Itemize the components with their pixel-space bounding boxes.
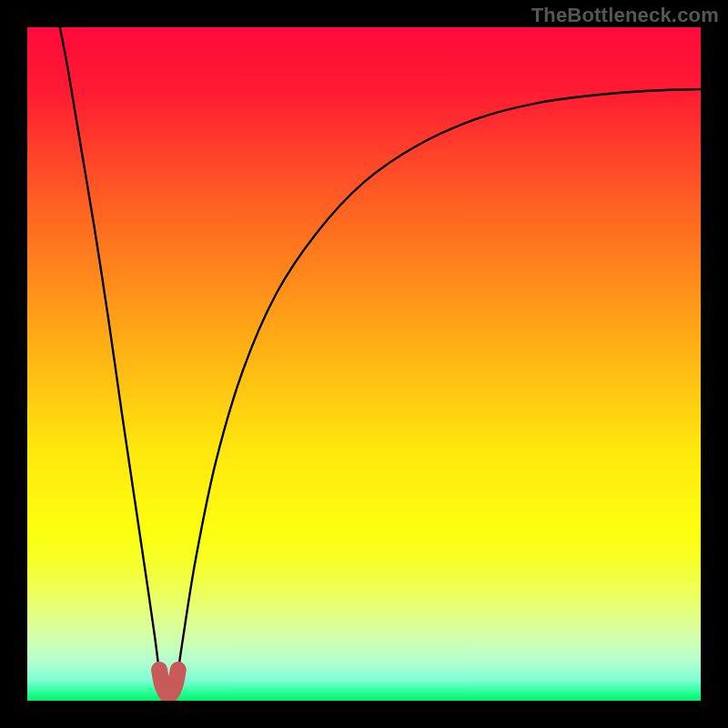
chart-frame: TheBottleneck.com — [0, 0, 728, 728]
watermark-text: TheBottleneck.com — [531, 4, 719, 27]
bottleneck-chart — [27, 27, 701, 701]
gradient-background — [27, 27, 701, 701]
